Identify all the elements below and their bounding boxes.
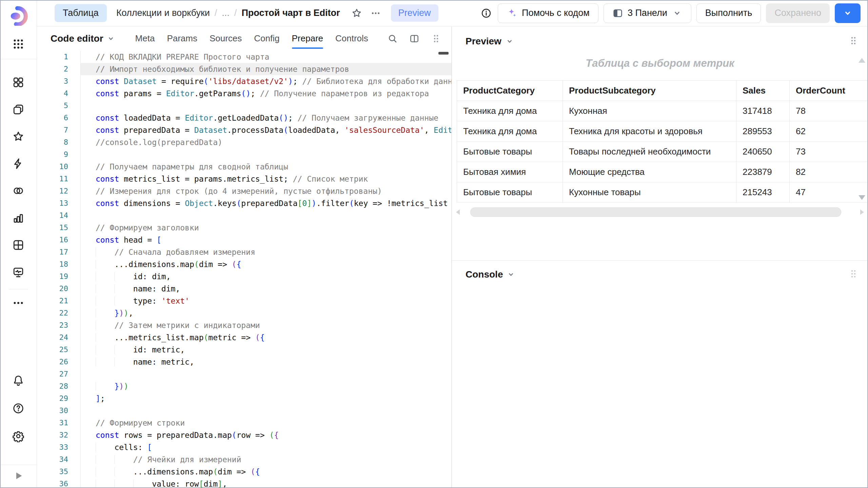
code-line[interactable]: 24 ...metrics_list.map(metric => ({ (37, 331, 451, 344)
code-line[interactable]: 26 name: metric, (37, 356, 451, 368)
expand-arrow-icon[interactable] (9, 466, 28, 485)
code-line[interactable]: 18 ...dimensions.map(dim => ({ (37, 258, 451, 270)
line-number[interactable]: 33 (37, 441, 68, 453)
run-button[interactable]: Выполнить (696, 3, 761, 23)
editor-tab-config[interactable]: Config (254, 31, 279, 46)
code-line[interactable]: 33 cells: [ (37, 441, 451, 453)
code-line[interactable]: 9 (37, 148, 451, 161)
line-number[interactable]: 29 (37, 392, 68, 405)
line-number[interactable]: 15 (37, 222, 68, 234)
code-line-content[interactable]: type: 'text' (80, 295, 451, 307)
line-number[interactable]: 26 (37, 356, 68, 368)
code-line-content[interactable]: // Измерения для строк (до 4 измерений, … (80, 185, 451, 197)
code-line[interactable]: 30 (37, 405, 451, 417)
connections-lightning-icon[interactable] (9, 154, 28, 173)
split-view-icon[interactable] (408, 32, 421, 45)
line-number[interactable]: 21 (37, 295, 68, 307)
drag-handle-icon[interactable] (848, 36, 859, 47)
code-line[interactable]: 19 id: dim, (37, 270, 451, 283)
collections-folders-icon[interactable] (9, 100, 28, 119)
code-line-content[interactable]: })) (80, 380, 451, 392)
line-number[interactable]: 1 (37, 51, 68, 63)
code-line[interactable]: 20 name: dim, (37, 283, 451, 295)
charts-bar-icon[interactable] (9, 208, 28, 227)
line-number[interactable]: 10 (37, 161, 68, 173)
line-number[interactable]: 22 (37, 307, 68, 319)
code-line-content[interactable]: // КОД ВКЛАДКИ PREPARE Простого чарта (80, 51, 451, 63)
code-line-content[interactable]: // Сначала добавляем измерения (80, 246, 451, 258)
code-line[interactable]: 1// КОД ВКЛАДКИ PREPARE Простого чарта (37, 51, 451, 63)
code-line[interactable]: 8//console.log(preparedData) (37, 136, 451, 148)
line-number[interactable]: 2 (37, 63, 68, 75)
preview-badge[interactable]: Preview (391, 4, 438, 22)
drag-handle-icon[interactable] (430, 32, 442, 45)
editor-tab-sources[interactable]: Sources (210, 31, 242, 46)
editor-monitor-icon[interactable] (9, 263, 28, 282)
breadcrumb-item[interactable]: ... (222, 8, 230, 18)
code-line-content[interactable]: ...metrics_list.map(metric => ({ (80, 331, 451, 344)
overview-ruler-marker[interactable] (438, 52, 449, 55)
code-line-content[interactable]: const preparedData = Dataset.processData… (80, 124, 451, 136)
code-line[interactable]: 10// Получаем параметры для сводной табл… (37, 161, 451, 173)
code-line-content[interactable]: const dimensions = Object.keys(preparedD… (80, 197, 451, 209)
scroll-left-icon[interactable] (456, 209, 460, 215)
favorites-star-icon[interactable] (9, 127, 28, 146)
code-line[interactable]: 36 value: row[dim], (37, 478, 451, 488)
code-line[interactable]: 4const params = Editor.getParams(); // П… (37, 87, 451, 100)
code-line[interactable]: 35 ...dimensions.map(dim => ({ (37, 466, 451, 478)
editor-tab-prepare[interactable]: Prepare (292, 31, 323, 46)
apps-grid-icon[interactable] (9, 35, 28, 54)
code-area[interactable]: 1// КОД ВКЛАДКИ PREPARE Простого чарта2/… (37, 50, 451, 488)
editor-tab-meta[interactable]: Meta (135, 31, 155, 46)
line-number[interactable]: 20 (37, 283, 68, 295)
scroll-right-icon[interactable] (860, 209, 864, 215)
code-line[interactable]: 29]; (37, 392, 451, 405)
code-line[interactable]: 28 })) (37, 380, 451, 392)
code-line-content[interactable]: // Импорт необходимых библиотек и получе… (80, 63, 451, 75)
code-line-content[interactable] (80, 100, 451, 112)
code-line[interactable]: 21 type: 'text' (37, 295, 451, 307)
code-line-content[interactable]: const metrics_list = params.metrics_list… (80, 173, 451, 185)
notifications-bell-icon[interactable] (9, 371, 28, 390)
dashboards-table-icon[interactable] (9, 236, 28, 255)
code-line-content[interactable]: const loadedData = Editor.getLoadedData(… (80, 112, 451, 124)
editor-tab-controls[interactable]: Controls (335, 31, 368, 46)
line-number[interactable]: 8 (37, 136, 68, 148)
code-line[interactable]: 6const loadedData = Editor.getLoadedData… (37, 112, 451, 124)
panels-dropdown-button[interactable]: 3 Панели (604, 3, 691, 23)
code-line-content[interactable]: ...dimensions.map(dim => ({ (80, 466, 451, 478)
breadcrumb-item[interactable]: Коллекции и воркбуки (116, 8, 210, 18)
code-line[interactable]: 7const preparedData = Dataset.processDat… (37, 124, 451, 136)
code-line[interactable]: 16const head = [ (37, 234, 451, 246)
code-line-content[interactable]: ]; (80, 392, 451, 405)
code-line-content[interactable]: ...dimensions.map(dim => ({ (80, 258, 451, 270)
code-line-content[interactable]: const Dataset = require('libs/dataset/v2… (80, 75, 451, 87)
preview-dropdown[interactable]: Preview (466, 36, 514, 47)
datalens-logo-icon[interactable] (8, 6, 28, 26)
code-line[interactable]: 2// Импорт необходимых библиотек и получ… (37, 63, 451, 75)
code-line-content[interactable]: value: row[dim], (80, 478, 451, 488)
code-line[interactable]: 15// Формируем заголовки (37, 222, 451, 234)
code-line[interactable]: 32const rows = preparedData.map(row => (… (37, 429, 451, 441)
code-line-content[interactable]: // Формируем заголовки (80, 222, 451, 234)
code-line-content[interactable]: // Формируем строки (80, 417, 451, 429)
line-number[interactable]: 13 (37, 197, 68, 209)
editor-mode-dropdown[interactable]: Code editor (51, 33, 116, 44)
line-number[interactable]: 6 (37, 112, 68, 124)
line-number[interactable]: 30 (37, 405, 68, 417)
console-dropdown[interactable]: Console (466, 269, 516, 280)
code-line-content[interactable]: const rows = preparedData.map(row => ({ (80, 429, 451, 441)
code-line-content[interactable] (80, 148, 451, 161)
line-number[interactable]: 7 (37, 124, 68, 136)
scrollbar-thumb[interactable] (470, 207, 841, 217)
drag-handle-icon[interactable] (848, 269, 859, 280)
code-line[interactable]: 22 })), (37, 307, 451, 319)
code-line-content[interactable]: id: metric, (80, 344, 451, 356)
scroll-down-icon[interactable] (859, 195, 865, 200)
code-line[interactable]: 13const dimensions = Object.keys(prepare… (37, 197, 451, 209)
code-line[interactable]: 27 (37, 368, 451, 380)
code-line-content[interactable]: cells: [ (80, 441, 451, 453)
code-line[interactable]: 25 id: metric, (37, 344, 451, 356)
line-number[interactable]: 14 (37, 209, 68, 222)
ellipsis-icon[interactable] (9, 293, 28, 312)
